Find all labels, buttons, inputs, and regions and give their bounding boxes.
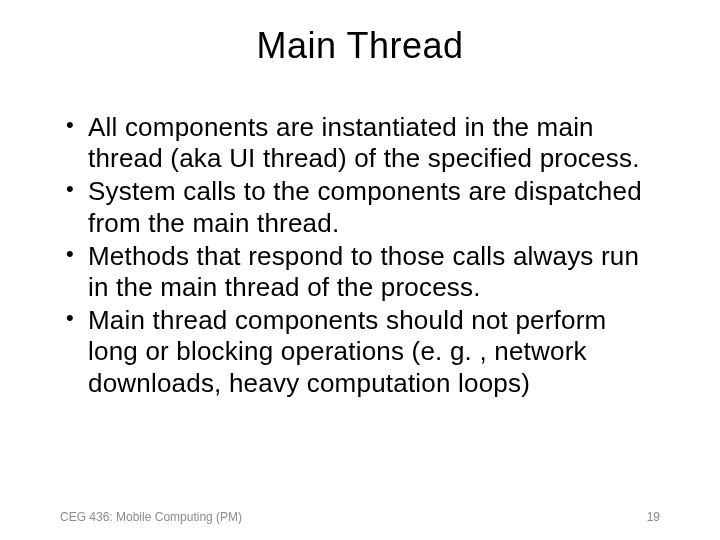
- slide: Main Thread All components are instantia…: [0, 0, 720, 540]
- bullet-list: All components are instantiated in the m…: [60, 112, 660, 399]
- list-item: Methods that respond to those calls alwa…: [60, 241, 660, 303]
- footer: CEG 436: Mobile Computing (PM) 19: [60, 510, 660, 524]
- list-item: System calls to the components are dispa…: [60, 176, 660, 238]
- list-item: Main thread components should not perfor…: [60, 305, 660, 399]
- footer-page-number: 19: [647, 510, 660, 524]
- footer-left: CEG 436: Mobile Computing (PM): [60, 510, 242, 524]
- list-item: All components are instantiated in the m…: [60, 112, 660, 174]
- slide-title: Main Thread: [60, 25, 660, 67]
